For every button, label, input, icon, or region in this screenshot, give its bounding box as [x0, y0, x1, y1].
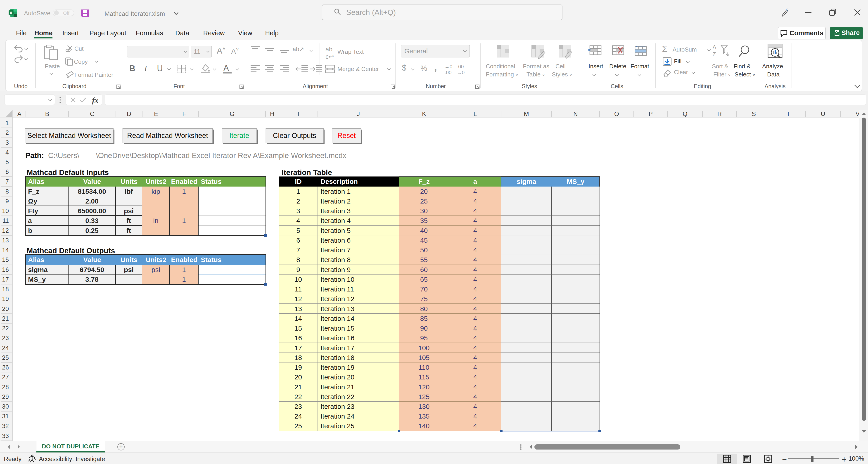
svg-text:X: X: [9, 11, 12, 16]
svg-text:fx: fx: [92, 96, 98, 104]
